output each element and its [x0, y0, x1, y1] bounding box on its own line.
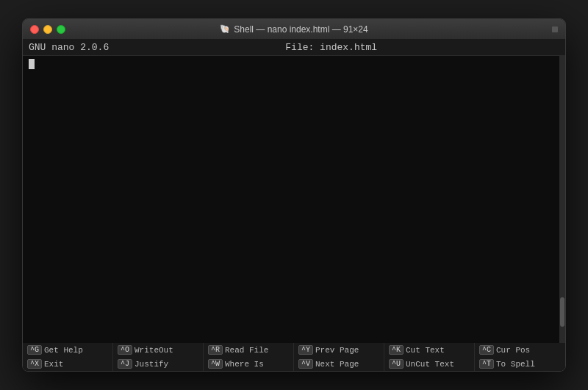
shortcut-to-spell[interactable]: ^T To Spell: [475, 357, 565, 371]
shell-icon: 🐚: [220, 24, 230, 34]
shortcut-read-file[interactable]: ^R Read File: [204, 343, 294, 357]
shortcut-prev-page[interactable]: ^Y Prev Page: [294, 343, 384, 357]
shortcut-exit[interactable]: ^X Exit: [23, 357, 113, 371]
shortcut-next-page[interactable]: ^V Next Page: [294, 357, 384, 371]
shortcut-cur-pos[interactable]: ^C Cur Pos: [475, 343, 565, 357]
scrollbar[interactable]: [559, 56, 565, 343]
text-cursor: [29, 59, 35, 69]
nano-footer: ^G Get Help ^O WriteOut ^R Read File ^Y …: [23, 343, 565, 371]
nano-header: GNU nano 2.0.6 File: index.html: [23, 40, 565, 56]
close-button[interactable]: [30, 25, 39, 34]
maximize-button[interactable]: [57, 25, 65, 34]
minimize-button[interactable]: [43, 25, 52, 34]
shortcut-uncut-text[interactable]: ^U UnCut Text: [384, 357, 475, 371]
scrollbar-thumb[interactable]: [560, 297, 564, 327]
nano-filename: File: index.html: [285, 42, 377, 53]
shortcut-row-2: ^X Exit ^J Justify ^W Where Is ^V Next P…: [23, 357, 565, 371]
shortcut-writeout[interactable]: ^O WriteOut: [113, 343, 204, 357]
nano-version: GNU nano 2.0.6: [29, 42, 109, 53]
editor-area[interactable]: [23, 56, 565, 343]
shortcut-where-is[interactable]: ^W Where Is: [204, 357, 294, 371]
shortcut-row-1: ^G Get Help ^O WriteOut ^R Read File ^Y …: [23, 343, 565, 357]
shortcut-cut-text[interactable]: ^K Cut Text: [384, 343, 475, 357]
scrollbar-indicator: [552, 26, 558, 32]
traffic-lights: [30, 25, 65, 34]
terminal-body[interactable]: GNU nano 2.0.6 File: index.html ^G Get H…: [23, 40, 565, 371]
titlebar: 🐚 Shell — nano index.html — 91×24: [23, 19, 565, 40]
shortcut-get-help[interactable]: ^G Get Help: [23, 343, 113, 357]
terminal-window: 🐚 Shell — nano index.html — 91×24 GNU na…: [22, 18, 566, 372]
shortcut-justify[interactable]: ^J Justify: [113, 357, 204, 371]
window-title: 🐚 Shell — nano index.html — 91×24: [220, 24, 368, 35]
